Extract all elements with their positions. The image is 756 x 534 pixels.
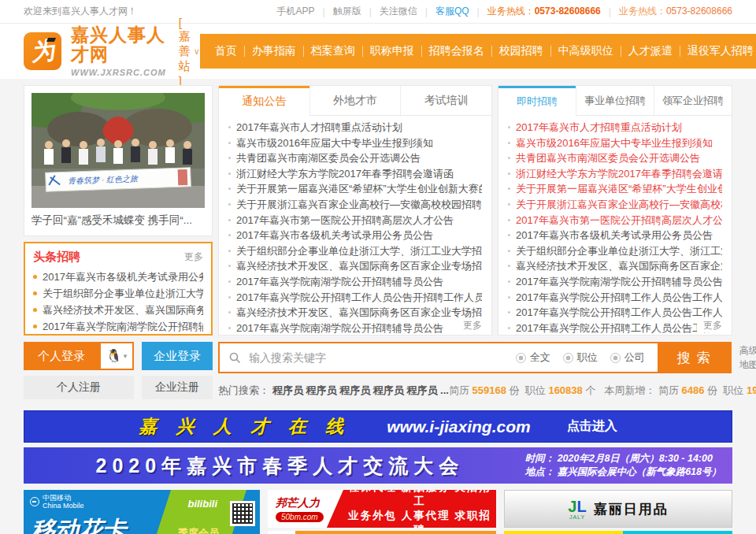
ad-bangmang-hr[interactable]: 邦芒人力 50bm.com 社保代理 薪酬服务 灵活用工业务外包 人事代理 求职… (268, 490, 496, 528)
nav-veteran-recruit[interactable]: 退役军人招聘 (680, 44, 756, 58)
list-item[interactable]: 关于组织部分企事业单位赴浙江大学、浙江工业大... (508, 243, 722, 259)
china-mobile-logo: 中国移动China Mobile (30, 494, 84, 510)
list-item[interactable]: 关于开展第一届嘉兴港区“希望杯”大学生创业创新大赛的通知 (228, 181, 482, 197)
notice-tabs: 通知公告 外地才市 考试培训 (219, 86, 491, 116)
scope-fulltext[interactable]: 全文 (516, 350, 550, 365)
list-item[interactable]: 2017年嘉兴学院公开招聘工作人员公告工作人员... (508, 305, 722, 321)
site-brand[interactable]: 嘉兴人事人才网 WWW.JXRSRC.COM (71, 25, 166, 77)
nav-jobfair-signup[interactable]: 招聘会报名 (422, 44, 491, 58)
chevron-down-icon: ▾ (124, 352, 128, 360)
list-item[interactable]: 2017年嘉兴学院公开招聘工作人员公告开招聘工作人员公告开... (228, 290, 482, 306)
list-item[interactable]: 2017年嘉兴市第一医院公开招聘高层次人才公告 (508, 213, 722, 228)
tab-public-institution[interactable]: 事业单位招聘 (576, 86, 654, 115)
nav-senior-jobs[interactable]: 中高级职位 (551, 44, 621, 58)
list-item[interactable]: 嘉兴经济技术开发区、嘉兴国际商务区百家企业专场招聘会公告 (228, 305, 482, 321)
list-item[interactable]: 浙江财经大学东方学院2017年春季招聘会邀请函 (508, 166, 722, 182)
china-mobile-icon (30, 497, 39, 506)
hot-search-terms[interactable]: 程序员 程序员 程序员 程序员 程序员 ... (272, 384, 449, 398)
list-item[interactable]: 2017年嘉兴市第一医院公开招聘高层次人才公告 (228, 213, 482, 228)
tab-exam-training[interactable]: 考试培训 (400, 86, 491, 115)
divider: | (609, 6, 611, 17)
photo-caption[interactable]: 学子回“嘉”感受禾城蝶变 携手同“... (32, 213, 205, 228)
list-item[interactable]: 2017年嘉兴学院南湖学院公开招聘辅导员公告 (228, 321, 482, 336)
personal-login-button[interactable]: 个人登录 (24, 342, 99, 370)
list-item[interactable]: 2017年嘉兴学院南湖学院公开招聘辅... (33, 318, 203, 335)
list-item[interactable]: 2017年嘉兴学院公开招聘工作人员公告工作人员... (508, 290, 722, 306)
banner-jiaxing-talent-online[interactable]: 嘉 兴 人 才 在 线 www.i-jiaxing.com 点击进入 (24, 410, 732, 443)
site-logo-icon[interactable]: 为 (24, 32, 61, 70)
list-item[interactable]: 2017年嘉兴市各级机关考试录用公务员公告 (228, 228, 482, 243)
divider: | (425, 6, 428, 17)
ad-jaly[interactable]: JL JALY 嘉丽日用品 (504, 490, 732, 528)
list-item[interactable]: 关于开展第一届嘉兴港区“希望杯”大学生创业创... (508, 181, 722, 197)
search-panel: 全文 职位 公司 搜索 高级搜索 地图搜索 热门搜索： 程序员 程序员 程序员 … (218, 342, 756, 399)
enterprise-login-button[interactable]: 企业登录 (142, 342, 213, 370)
list-item[interactable]: 嘉兴市级2016年应届大中专毕业生报到须知 (508, 135, 722, 151)
notice-card: 通知公告 外地才市 考试培训 2017年嘉兴市人才招聘重点活动计划 嘉兴市级20… (218, 85, 492, 336)
link-wechat[interactable]: 关注微信 (380, 5, 417, 18)
tab-instant-recruit[interactable]: 即时招聘 (498, 86, 576, 116)
ad-china-mobile[interactable]: 中国移动China Mobile bilibili 季度会员 移动花卡 (24, 490, 260, 534)
nav-title-declare[interactable]: 职称申报 (363, 44, 421, 58)
list-item[interactable]: 2017年嘉兴市人才招聘重点活动计划 (228, 120, 482, 135)
list-item[interactable]: 关于组织部分企事业单位赴浙江大学、浙江工业大学招聘人才的... (228, 243, 482, 259)
headline-more-link[interactable]: 更多 (184, 250, 203, 264)
list-item[interactable]: 2017年嘉兴市各级机关考试录用公务... (33, 269, 203, 285)
list-item[interactable]: 嘉兴经济技术开发区、嘉兴国际商务区百家企业专... (508, 258, 722, 274)
qq-login-dropdown[interactable]: 🐧 ▾ (99, 342, 134, 370)
ad-row: 中国移动China Mobile bilibili 季度会员 移动花卡 邦芒人力… (24, 490, 732, 534)
advanced-search-link[interactable]: 高级搜索 (739, 343, 756, 358)
tab-notices[interactable]: 通知公告 (219, 86, 309, 116)
list-item[interactable]: 嘉兴经济技术开发区、嘉兴国际商务区百家企业专场招聘会公告 (228, 258, 482, 274)
map-search-link[interactable]: 地图搜索 (739, 358, 756, 372)
scope-company-radio[interactable] (610, 353, 621, 363)
list-item[interactable]: 嘉兴市级2016年应届大中专毕业生报到须知 (228, 135, 482, 151)
nav-archive-search[interactable]: 档案查询 (304, 44, 362, 58)
scope-fulltext-radio[interactable] (516, 353, 526, 363)
recruit-more-link[interactable]: 更多 (697, 319, 724, 332)
list-item[interactable]: 2017年嘉兴学院公开招聘工作人员公告工作... (508, 321, 722, 336)
search-input[interactable] (247, 350, 516, 365)
list-item[interactable]: 关于开展浙江嘉兴百家企业高校行—安徽高校校园招聘活动的通... (228, 197, 482, 213)
tab-leading-enterprise[interactable]: 领军企业招聘 (654, 86, 732, 115)
search-button[interactable]: 搜索 (659, 342, 732, 373)
nav-home[interactable]: 首页 (208, 44, 244, 58)
nav-guide[interactable]: 办事指南 (245, 44, 303, 58)
banner-spring-jobfair[interactable]: 2020年嘉兴市春季人才交流大会 时间： 2020年2月8日（周六）8:30 -… (24, 447, 732, 484)
list-item[interactable]: 关于开展浙江嘉兴百家企业高校行—安徽高校校园... (508, 197, 722, 213)
enterprise-register-button[interactable]: 企业注册 (142, 376, 213, 399)
list-item[interactable]: 嘉兴经济技术开发区、嘉兴国际商务... (33, 302, 203, 318)
link-mobile-app[interactable]: 手机APP (277, 5, 315, 18)
scope-position[interactable]: 职位 (563, 350, 598, 365)
hot-search-label: 热门搜索： (218, 384, 269, 398)
personal-register-button[interactable]: 个人注册 (24, 376, 134, 399)
nav-talent-dispatch[interactable]: 人才派遣 (621, 44, 680, 58)
hot-search-row: 热门搜索： 程序员 程序员 程序员 程序员 程序员 ... 简历 559168 … (218, 384, 756, 398)
qq-icon: 🐧 (106, 350, 122, 362)
list-item[interactable]: 浙江财经大学东方学院2017年春季招聘会邀请函 (228, 166, 482, 182)
news-photo[interactable]: 青春筑梦 · 红色之旅 (32, 93, 205, 208)
scope-company[interactable]: 公司 (610, 350, 645, 365)
list-item[interactable]: 2017年嘉兴市各级机关考试录用公务员公告 (508, 228, 722, 243)
link-touch-version[interactable]: 触屏版 (333, 5, 361, 18)
list-item[interactable]: 2017年嘉兴市人才招聘重点活动计划 (508, 120, 722, 135)
notice-more-link[interactable]: 更多 (457, 319, 484, 332)
login-panel: 个人登录 🐧 ▾ 企业登录 个人注册 企业注册 (24, 342, 213, 399)
list-item[interactable]: 2017年嘉兴学院南湖学院公开招聘辅导员公告 (228, 274, 482, 290)
banner1-cta: 点击进入 (567, 418, 617, 435)
link-qq-service[interactable]: 客服QQ (435, 5, 469, 18)
list-item[interactable]: 关于组织部分企事业单位赴浙江大学... (33, 285, 203, 302)
tab-outside-market[interactable]: 外地才市 (309, 86, 401, 115)
list-item[interactable]: 2017年嘉兴学院南湖学院公开招聘辅导员公告 (508, 274, 722, 290)
banner2-info: 时间： 2020年2月8日（周六）8:30 - 14:00 地点： 嘉兴国际会展… (525, 452, 721, 479)
list-item[interactable]: 共青团嘉兴市南湖区委员会公开选调公告 (508, 150, 722, 166)
scope-position-radio[interactable] (563, 353, 573, 363)
headline-recruit-card: 头条招聘 更多 2017年嘉兴市各级机关考试录用公务... 关于组织部分企事业单… (24, 242, 213, 336)
recruit-tabs: 即时招聘 事业单位招聘 领军企业招聘 (498, 86, 732, 116)
nav-campus-recruit[interactable]: 校园招聘 (492, 44, 550, 58)
hotline-primary: 业务热线：0573-82608666 (487, 5, 601, 18)
list-item[interactable]: 共青团嘉兴市南湖区委员会公开选调公告 (228, 150, 482, 166)
qr-code (230, 501, 255, 526)
station-selector[interactable]: [ 嘉善站 ] ∨ (179, 16, 200, 87)
notice-list: 2017年嘉兴市人才招聘重点活动计划 嘉兴市级2016年应届大中专毕业生报到须知… (219, 116, 491, 336)
